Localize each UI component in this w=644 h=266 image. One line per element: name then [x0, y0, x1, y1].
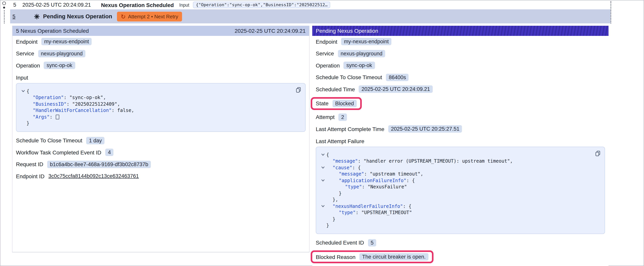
json-code-line: "Args": — [20, 114, 290, 120]
field-label: Workflow Task Completed Event ID — [16, 149, 101, 156]
field-row-request-id: Request ID b1c6a4bc-8ee7-468a-9169-df3b0… — [16, 160, 306, 168]
field-row-attempt: Attempt 2 — [316, 113, 605, 121]
event-timestamp: 2025-02-25 UTC 20:24:09.21 — [22, 2, 91, 8]
event-details-panel: 5 Nexus Operation Scheduled 2025-02-25 U… — [12, 26, 310, 252]
field-label: Endpoint — [16, 39, 38, 45]
timeline-dot-icon — [3, 7, 5, 9]
event-input-preview[interactable]: {"Operation":"sync-op-ok","BusinessID":"… — [193, 2, 330, 8]
field-row-last-attempt-complete: Last Attempt Complete Time 2025-02-25 UT… — [316, 125, 605, 133]
json-lines: {"message": "handler error (UPSTREAM_TIM… — [319, 152, 589, 229]
timeline-rail — [0, 1, 10, 25]
pending-operation-title: Pending Nexus Operation — [43, 13, 112, 20]
field-label: Request ID — [16, 161, 43, 167]
annotation-highlight-state: State Blocked — [311, 97, 362, 110]
nexus-asterisk-icon — [34, 14, 40, 19]
field-row-endpoint-id: Endpoint ID 3c0c75ccfa8144b092c13ce63246… — [16, 172, 306, 180]
state-value-chip: Blocked — [332, 100, 356, 107]
collapse-chevron-icon[interactable] — [319, 205, 326, 208]
field-label: Attempt — [316, 114, 335, 120]
field-value-chip: 2 — [338, 114, 347, 121]
field-value-chip: sync-op-ok — [344, 62, 375, 69]
timeline-node-icon — [2, 2, 6, 5]
field-row-endpoint: Endpoint my-nexus-endpoint — [16, 38, 306, 46]
event-id-link[interactable]: 5 — [13, 2, 16, 8]
copy-icon[interactable] — [594, 150, 601, 157]
pending-operation-header: Pending Nexus Operation — [312, 26, 608, 36]
field-label: Service — [316, 51, 334, 57]
field-label: Last Attempt Complete Time — [316, 126, 384, 132]
field-label: Operation — [316, 62, 340, 69]
annotation-highlight-blocked-reason: Blocked Reason The circuit breaker is op… — [311, 250, 434, 263]
json-code-line: "HandlerWaitForCancellation": false, — [20, 107, 290, 114]
json-code-line: "Operation": "sync-op-ok", — [20, 94, 290, 101]
endpoint-id-link[interactable]: 3c0c75ccfa8144b092c13ce632463761 — [48, 173, 139, 179]
field-value-chip: nexus-playground — [38, 50, 85, 57]
pending-operation-panel: Pending Nexus Operation Endpoint my-nexu… — [312, 26, 608, 266]
field-label: Scheduled Time — [316, 86, 355, 92]
event-summary-row[interactable]: 5 2025-02-25 UTC 20:24:09.21 Nexus Opera… — [10, 1, 644, 9]
json-code-line: { — [319, 152, 589, 158]
field-row-endpoint: Endpoint my-nexus-endpoint — [316, 38, 605, 46]
pending-operation-row[interactable]: 5 Pending Nexus Operation ↻ Attempt 2 • … — [10, 9, 610, 24]
json-code-line: }, — [319, 197, 589, 203]
field-row-schedule-to-close: Schedule To Close Timeout 1 day — [16, 136, 306, 145]
field-label: Operation — [16, 62, 40, 69]
json-code-line: "message": "upstream timeout", — [319, 171, 589, 177]
field-value-chip: my-nexus-endpoint — [42, 38, 92, 46]
field-row-blocked-reason: Blocked Reason The circuit breaker is op… — [316, 250, 605, 263]
json-code-line: "type": "UPSTREAM_TIMEOUT" — [319, 209, 589, 216]
field-label: Endpoint — [316, 39, 338, 45]
field-value-chip: 1 day — [86, 137, 104, 144]
json-code-line: { — [20, 88, 290, 94]
json-code-line: "BusinessID": "20250225122409", — [20, 101, 290, 107]
retry-icon: ↻ — [121, 14, 126, 19]
field-row-schedule-to-close: Schedule To Close Timeout 86400s — [316, 73, 605, 82]
empty-array-icon — [56, 115, 59, 119]
field-value-chip: 2025-02-25 UTC 20:25:27.51 — [388, 125, 462, 133]
json-code-line: "nexusHandlerFailureInfo": { — [319, 203, 589, 209]
retry-badge: ↻ Attempt 2 • Next Retry — [117, 12, 182, 21]
timeline-dotted-line — [4, 10, 5, 24]
field-row-service: Service nexus-playground — [316, 49, 605, 58]
input-section-label: Input — [16, 74, 306, 81]
field-value-chip: sync-op-ok — [44, 62, 75, 69]
field-row-service: Service nexus-playground — [16, 49, 306, 58]
json-lines: {"Operation": "sync-op-ok","BusinessID":… — [20, 88, 290, 127]
field-value-chip: 4 — [105, 149, 114, 156]
json-code-line: "applicationFailureInfo": { — [319, 177, 589, 184]
last-attempt-failure-label: Last Attempt Failure — [316, 138, 605, 144]
input-json-block: {"Operation": "sync-op-ok","BusinessID":… — [16, 83, 306, 132]
field-value-chip: 86400s — [386, 74, 409, 81]
blocked-reason-chip: The circuit breaker is open. — [360, 253, 428, 260]
pending-event-id-link[interactable]: 5 — [12, 14, 16, 19]
copy-icon[interactable] — [295, 87, 302, 94]
json-code-line: } — [319, 190, 589, 197]
pending-operation-header-title: Pending Nexus Operation — [316, 28, 378, 34]
event-details-header-title: 5 Nexus Operation Scheduled — [16, 28, 89, 34]
field-label: Blocked Reason — [316, 254, 356, 260]
collapse-chevron-icon[interactable] — [319, 166, 326, 169]
field-label: Scheduled Event ID — [316, 240, 364, 246]
event-details-header[interactable]: 5 Nexus Operation Scheduled 2025-02-25 U… — [12, 26, 309, 36]
field-row-wft-completed-id: Workflow Task Completed Event ID 4 — [16, 148, 306, 157]
collapse-chevron-icon[interactable] — [319, 153, 326, 157]
field-row-operation: Operation sync-op-ok — [16, 61, 306, 70]
field-row-scheduled-time: Scheduled Time 2025-02-25 UTC 20:24:09.2… — [316, 85, 605, 93]
field-value-chip: 2025-02-25 UTC 20:24:09.21 — [359, 86, 433, 93]
json-code-line: "cause": { — [319, 164, 589, 171]
json-code-line: "message": "handler error (UPSTREAM_TIME… — [319, 158, 589, 164]
temporal-event-history-view: 5 2025-02-25 UTC 20:24:09.21 Nexus Opera… — [0, 0, 644, 266]
field-label: Service — [16, 51, 34, 57]
failure-json-block: {"message": "handler error (UPSTREAM_TIM… — [316, 146, 605, 234]
json-code-line: } — [319, 216, 589, 222]
json-code-line: } — [319, 222, 589, 229]
collapse-chevron-icon[interactable] — [20, 90, 26, 93]
field-label: Schedule To Close Timeout — [316, 74, 382, 81]
field-row-operation: Operation sync-op-ok — [316, 61, 605, 70]
field-value-chip: my-nexus-endpoint — [341, 38, 392, 46]
collapse-chevron-icon[interactable] — [319, 179, 326, 182]
field-label: State — [316, 100, 328, 107]
field-row-scheduled-event-id: Scheduled Event ID 5 — [316, 238, 605, 247]
field-label: Endpoint ID — [16, 173, 44, 179]
field-value-chip: 5 — [368, 239, 376, 246]
